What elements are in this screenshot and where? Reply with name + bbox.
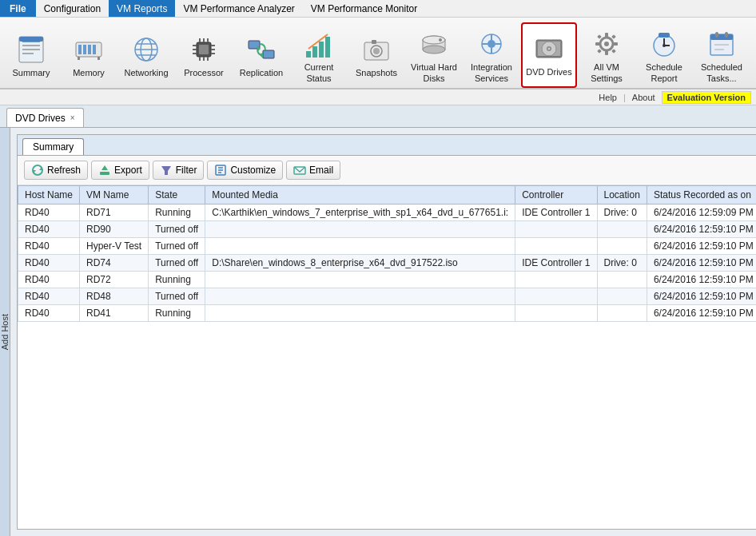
menu-vm-performance-analyzer[interactable]: VM Performance Analyzer (175, 0, 302, 17)
networking-label: Networking (124, 68, 168, 78)
export-label: Export (114, 165, 142, 176)
add-host-sidebar[interactable]: Add Host (0, 128, 10, 536)
col-mounted-media: Mounted Media (205, 186, 515, 204)
col-status-recorded: Status Recorded as on (647, 186, 756, 204)
virtual-hard-disks-icon (418, 28, 450, 60)
svg-rect-10 (93, 45, 96, 54)
svg-rect-39 (325, 37, 330, 58)
tab-label: DVD Drives (15, 113, 66, 124)
menu-file[interactable]: File (0, 0, 36, 17)
main-area: Add Host Summary Refresh (0, 128, 756, 536)
snapshots-icon (360, 34, 392, 66)
refresh-button[interactable]: Refresh (24, 161, 88, 180)
content-panel: Summary Refresh (10, 128, 756, 536)
ribbon-memory[interactable]: Memory (61, 22, 117, 88)
customize-label: Customize (230, 165, 276, 176)
ribbon-schedule-report[interactable]: Schedule Report (636, 22, 692, 88)
svg-marker-35 (260, 52, 263, 58)
table-row[interactable]: RD40RD48Turned off6/24/2016 12:59:10 PM (18, 288, 757, 305)
scheduled-tasks-icon (706, 28, 738, 60)
svg-point-50 (487, 40, 495, 48)
about-link[interactable]: About (629, 93, 659, 102)
svg-rect-64 (605, 33, 608, 38)
memory-icon (73, 34, 105, 66)
col-location: Location (597, 186, 647, 204)
svg-rect-38 (319, 42, 324, 58)
svg-rect-7 (78, 45, 82, 54)
ribbon-dvd-drives[interactable]: DVD Drives (521, 22, 577, 88)
eval-badge: Evaluation Version (662, 91, 751, 104)
ribbon-snapshots[interactable]: Snapshots (348, 22, 404, 88)
svg-rect-78 (710, 34, 733, 40)
tab-bar: DVD Drives × (0, 105, 756, 128)
table-row[interactable]: RD40RD72Running6/24/2016 12:59:10 PM (18, 272, 757, 288)
table-row[interactable]: RD40RD41Running6/24/2016 12:59:10 PM (18, 305, 757, 322)
refresh-label: Refresh (47, 165, 81, 176)
ribbon-summary[interactable]: Summary (3, 22, 59, 88)
table-row[interactable]: RD40RD74Turned offD:\Share\en_windows_8_… (18, 255, 757, 272)
ribbon: Summary Memory Network (0, 18, 756, 89)
svg-rect-61 (538, 56, 560, 58)
svg-point-63 (604, 42, 609, 46)
svg-rect-9 (88, 45, 91, 54)
ribbon-all-vm-settings[interactable]: All VM Settings (579, 22, 635, 88)
customize-button[interactable]: Customize (207, 161, 283, 180)
svg-rect-68 (597, 34, 602, 39)
svg-point-46 (423, 46, 445, 54)
integration-services-icon (475, 28, 507, 60)
table-row[interactable]: RD40RD71RunningC:\Karthik\en_windows_7_e… (18, 204, 757, 221)
ribbon-scheduled-tasks[interactable]: Scheduled Tasks... (694, 22, 750, 88)
ribbon-current-status[interactable]: Current Status (291, 22, 347, 88)
current-status-icon (303, 28, 335, 60)
ribbon-replication[interactable]: Replication (233, 22, 289, 88)
menu-vm-reports[interactable]: VM Reports (109, 0, 175, 17)
export-button[interactable]: Export (91, 161, 149, 180)
schedule-report-label: Schedule Report (639, 62, 690, 83)
svg-rect-69 (611, 34, 616, 39)
menu-bar: File Configuration VM Reports VM Perform… (0, 0, 756, 18)
filter-button[interactable]: Filter (153, 161, 205, 180)
customize-icon (214, 164, 227, 177)
svg-point-60 (548, 47, 551, 50)
svg-rect-71 (611, 49, 616, 54)
table-row[interactable]: RD40Hyper-V TestTurned off6/24/2016 12:5… (18, 238, 757, 255)
table-row[interactable]: RD40RD90Turned off6/24/2016 12:59:10 PM (18, 221, 757, 238)
menu-vm-performance-monitor[interactable]: VM Performance Monitor (303, 0, 425, 17)
tab-close-button[interactable]: × (70, 113, 75, 122)
svg-marker-87 (161, 166, 171, 175)
svg-rect-36 (306, 51, 311, 58)
col-state: State (149, 186, 205, 204)
menu-configuration[interactable]: Configuration (36, 0, 109, 17)
all-vm-settings-icon (591, 28, 623, 60)
svg-rect-33 (263, 50, 274, 58)
help-link[interactable]: Help (595, 93, 620, 102)
memory-label: Memory (73, 68, 105, 78)
all-vm-settings-label: All VM Settings (581, 62, 632, 83)
processor-label: Processor (184, 68, 224, 78)
svg-rect-80 (725, 32, 728, 38)
tab-dvd-drives[interactable]: DVD Drives × (6, 108, 84, 127)
ribbon-virtual-hard-disks[interactable]: Virtual Hard Disks (406, 22, 462, 88)
col-vm-name: VM Name (80, 186, 149, 204)
email-button[interactable]: Email (286, 161, 340, 180)
svg-marker-86 (101, 165, 108, 170)
ribbon-processor[interactable]: Processor (176, 22, 232, 88)
ribbon-integration-services[interactable]: Integration Services (464, 22, 519, 88)
export-icon (98, 164, 111, 177)
sub-tab-summary[interactable]: Summary (22, 138, 84, 155)
scheduled-tasks-label: Scheduled Tasks... (696, 62, 747, 83)
dvd-drives-icon (533, 33, 565, 65)
col-controller: Controller (515, 186, 597, 204)
schedule-report-icon (648, 28, 680, 60)
svg-rect-8 (83, 45, 86, 54)
svg-rect-65 (605, 50, 608, 55)
email-icon (293, 164, 306, 177)
svg-rect-85 (100, 172, 109, 175)
svg-rect-11 (78, 57, 80, 60)
toolbar: Refresh Export Filter (18, 156, 756, 185)
virtual-hard-disks-label: Virtual Hard Disks (408, 62, 460, 83)
ribbon-networking[interactable]: Networking (118, 22, 174, 88)
current-status-label: Current Status (293, 62, 344, 83)
sub-header: Help | About Evaluation Version (0, 89, 756, 105)
svg-rect-79 (715, 32, 718, 38)
